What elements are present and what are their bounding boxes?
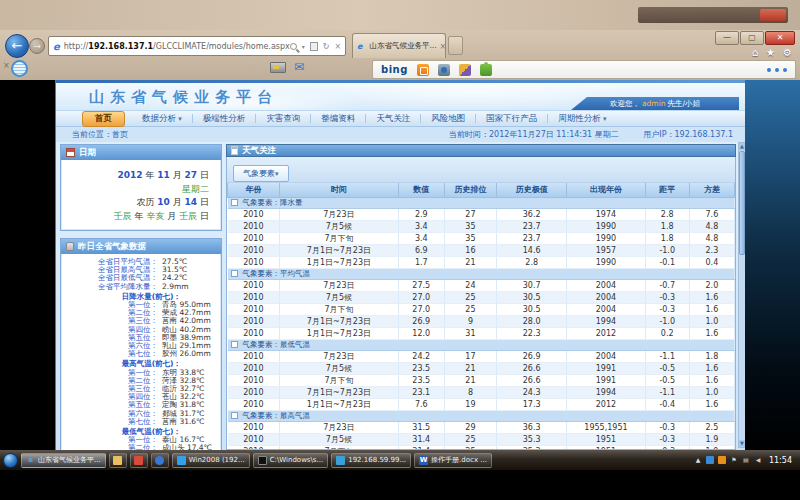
cmd-icon — [258, 456, 267, 465]
nav-separator — [310, 114, 311, 123]
browser-icon — [155, 456, 164, 465]
expand-checkbox[interactable] — [231, 199, 238, 206]
browser-toolbar-icons: ⌂ ★ ⚙ — [752, 47, 792, 58]
settings-gear-icon[interactable]: ⚙ — [783, 47, 792, 58]
chevron-down-icon[interactable]: ▾ — [302, 43, 305, 50]
calendar-panel: 日期 2012 年 11 月 27 日星期二农历 10 月 14 日壬辰 年 辛… — [60, 144, 222, 231]
new-tab-button[interactable] — [448, 36, 463, 55]
app-orange-icon[interactable] — [417, 64, 429, 76]
task-button-label: 山东省气候业务平... — [38, 455, 101, 465]
browser-chrome: ← → e http://192.168.137.1/GLCCLIMATE/mo… — [0, 30, 800, 80]
maximize-button[interactable]: ▢ — [740, 31, 764, 45]
task-button[interactable]: e山东省气候业务平... — [21, 453, 106, 468]
addon-puzzle-icon[interactable] — [480, 64, 492, 76]
task-button-label: 192.168.59.99... — [348, 456, 406, 464]
expand-checkbox[interactable] — [231, 412, 238, 419]
task-button[interactable]: 192.168.59.99... — [331, 453, 411, 468]
background-window-close-icon — [760, 9, 786, 21]
nav-item-2[interactable]: 数据分析 — [133, 112, 191, 126]
minimize-button[interactable]: — — [715, 31, 739, 45]
column-header: 年份 — [228, 183, 280, 197]
stop-icon[interactable]: × — [335, 42, 342, 51]
search-icon[interactable] — [290, 43, 297, 50]
alert-icon — [718, 456, 726, 464]
panel-doc-icon — [231, 146, 238, 155]
back-button[interactable]: ← — [5, 34, 29, 58]
welcome-ribbon: 欢迎您，admin 先生/小姐 — [571, 97, 739, 110]
nav-item-5[interactable]: 整编资料 — [312, 112, 364, 126]
nav-separator — [420, 114, 421, 123]
nav-separator — [192, 114, 193, 123]
element-filter-label: 气象要素 — [243, 168, 275, 179]
weather-panel-header: 昨日全省气象数据 — [61, 239, 221, 254]
media-widget-icon[interactable] — [438, 64, 450, 76]
address-bar[interactable]: e http://192.168.137.1/GLCCLIMATE/module… — [48, 36, 346, 56]
quicklaunch-browser-icon[interactable] — [151, 453, 169, 468]
table-row: 20107月23日31.52936.31955,1951-0.32.5 — [228, 421, 735, 433]
nav-item-7[interactable]: 风险地图 — [422, 112, 474, 126]
calendar-panel-title: 日期 — [79, 147, 96, 159]
table-header-row: 年份时间数值历史排位历史极值出现年份距平方差 — [228, 183, 735, 197]
info-bar: 当前位置：首页 当前时间：2012年11月27日 11:14:31 星期二 用户… — [56, 127, 745, 142]
system-tray: ▲⚑▤◀11:54 — [694, 456, 797, 465]
nav-item-9[interactable]: 周期性分析 — [549, 112, 615, 126]
column-header: 出现年份 — [567, 183, 645, 197]
task-button[interactable]: W操作手册.docx ... — [414, 453, 492, 468]
table-row: 20107月23日2.92736.219742.87.6 — [228, 208, 735, 220]
expand-checkbox[interactable] — [231, 270, 238, 277]
mail-icon[interactable]: ✉ — [294, 61, 304, 73]
home-icon[interactable]: ⌂ — [752, 47, 758, 58]
url-path: /GLCCLIMATE/modules/home.aspx — [153, 42, 290, 51]
user-ip: 用户IP：192.168.137.1 — [643, 130, 733, 139]
rdp-icon — [336, 456, 345, 465]
nav-item-1[interactable]: 首页 — [82, 111, 125, 127]
screen: ← → e http://192.168.137.1/GLCCLIMATE/mo… — [0, 0, 800, 500]
close-button[interactable]: ✕ — [765, 31, 795, 45]
main-nav: 首页数据分析极端性分析灾害查询整编资料天气关注风险地图国家下行产品周期性分析 — [56, 110, 745, 127]
taskbar-clock[interactable]: 11:54 — [769, 456, 792, 465]
toolbar-overflow-dots[interactable] — [767, 68, 787, 72]
compatibility-view-icon[interactable] — [310, 42, 318, 51]
nav-item-6[interactable]: 天气关注 — [367, 112, 419, 126]
tab-favicon-icon: e — [357, 42, 362, 51]
table-row: 20107月1日~7月23日23.1824.31994-1.11.0 — [228, 386, 735, 398]
element-filter-button[interactable]: 气象要素 — [233, 165, 289, 182]
refresh-icon[interactable]: ↻ — [323, 42, 330, 51]
nav-separator — [475, 114, 476, 123]
quicklaunch-folder-icon[interactable] — [109, 453, 127, 468]
card-reader-icon[interactable] — [270, 62, 286, 73]
quicklaunch-media-icon[interactable] — [130, 453, 148, 468]
toolbar-close-icon[interactable]: × — [3, 61, 10, 70]
flag-icon: ⚑ — [730, 456, 738, 464]
nav-item-3[interactable]: 极端性分析 — [194, 112, 255, 126]
calendar-body: 2012 年 11 月 27 日星期二农历 10 月 14 日壬辰 年 辛亥 月… — [61, 160, 221, 230]
weather-data-panel: 昨日全省气象数据 全省日平均气温：27.5℃全省日最高气温：31.5℃全省日最低… — [60, 238, 222, 450]
column-header: 距平 — [645, 183, 689, 197]
nav-separator — [547, 114, 548, 123]
vm-icon — [177, 456, 186, 465]
up-arrow-icon: ▲ — [694, 456, 702, 464]
favorites-star-icon[interactable]: ★ — [766, 47, 775, 58]
expand-checkbox[interactable] — [231, 341, 238, 348]
page-header: 山东省气候业务平台 欢迎您，admin 先生/小姐 — [56, 83, 745, 110]
table-row: 20107月5候27.02530.52004-0.31.6 — [228, 291, 735, 303]
network-icon: ▤ — [742, 456, 750, 464]
bing-logo[interactable]: bing — [381, 64, 408, 75]
table-row: 20107月1日~7月23日6.91614.61957-1.02.3 — [228, 244, 735, 256]
main-panel-header: 天气关注 — [226, 144, 736, 157]
task-button-label: C:\Windows\s... — [270, 456, 324, 464]
forward-button[interactable]: → — [29, 38, 45, 54]
nav-item-8[interactable]: 国家下行产品 — [477, 112, 546, 126]
tools-widget-icon[interactable] — [459, 64, 471, 76]
section-header-row: 气象要素：平均气温 — [228, 268, 735, 279]
task-button-label: Win2008 (192... — [189, 456, 245, 464]
tab-close-icon[interactable]: × — [440, 42, 446, 51]
browser-tab[interactable]: e 山东省气候业务平... × — [352, 33, 446, 58]
task-button[interactable]: C:\Windows\s... — [253, 453, 329, 468]
nav-item-4[interactable]: 灾害查询 — [257, 112, 309, 126]
bottom-vignette — [0, 470, 800, 500]
floating-widget-icon[interactable] — [11, 60, 28, 77]
page-scrollbar[interactable]: ▲ ▼ — [738, 142, 745, 448]
task-button[interactable]: Win2008 (192... — [172, 453, 250, 468]
start-button[interactable] — [3, 453, 18, 468]
